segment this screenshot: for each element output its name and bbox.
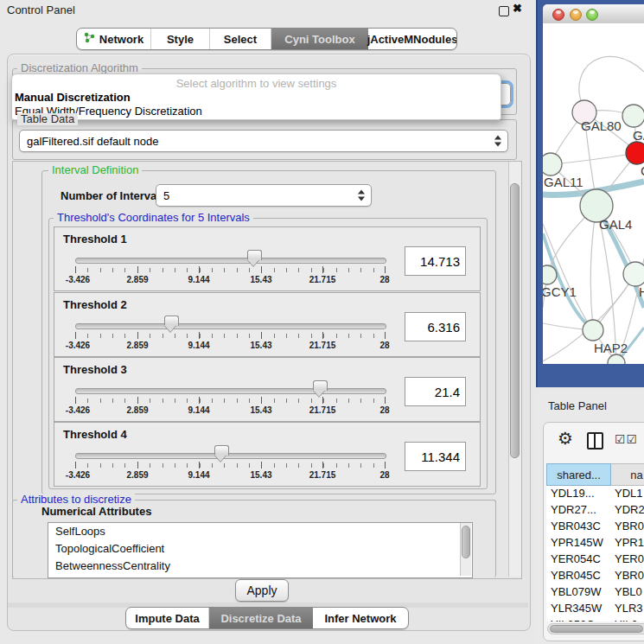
threshold-4-value-field[interactable]: 11.344 bbox=[405, 442, 466, 471]
list-scrollbar-thumb[interactable] bbox=[462, 526, 470, 558]
tab-discretize-data[interactable]: Discretize Data bbox=[209, 608, 313, 628]
slider-ruler bbox=[75, 399, 386, 403]
network-canvas[interactable]: GAL80 GA C GAL11 GAL4 GCY1 H HAP2 bbox=[543, 23, 644, 364]
tick-label: 9.144 bbox=[188, 405, 209, 415]
algorithm-group-label: Discretization Algorithm bbox=[17, 62, 142, 74]
tab-discretize-data-label: Discretize Data bbox=[220, 612, 301, 625]
horizontal-scrollbar[interactable] bbox=[547, 623, 644, 634]
list-item[interactable]: TopologicalCoefficient bbox=[48, 540, 472, 558]
table-row[interactable]: YBL079WYBL0 bbox=[546, 584, 644, 601]
tab-jactivemnodules[interactable]: jActiveMNodules bbox=[368, 29, 456, 49]
checkboxes-icon[interactable]: ☑☑ bbox=[615, 432, 638, 446]
table-row[interactable]: YIL052CYIL0 bbox=[546, 617, 644, 622]
table-row[interactable]: YER054CYER0 bbox=[546, 552, 644, 568]
table-row[interactable]: YDR27...YDR2 bbox=[546, 502, 644, 519]
table-row[interactable]: YBR045CYBR0 bbox=[546, 568, 644, 584]
bottom-tabbar: Impute Data Discretize Data Infer Networ… bbox=[125, 607, 409, 629]
node-label-gal80[interactable]: GAL80 bbox=[581, 118, 622, 133]
gear-icon[interactable]: ⚙ bbox=[558, 428, 573, 449]
tick-label: 9.144 bbox=[188, 470, 209, 480]
cell: YIL052C bbox=[551, 618, 595, 622]
cell: YBR0 bbox=[615, 520, 644, 532]
threshold-4-panel: Threshold 4 -3.426 2.859 9.144 15.43 21.… bbox=[54, 422, 481, 487]
num-intervals-combobox[interactable]: 5 bbox=[156, 184, 372, 207]
threshold-3-slider-track[interactable] bbox=[75, 388, 386, 394]
tick-label: 2.859 bbox=[126, 341, 148, 350]
node-label-clipped[interactable]: H bbox=[639, 284, 644, 299]
cell: YBR0 bbox=[615, 569, 644, 582]
apply-button[interactable]: Apply bbox=[235, 579, 289, 602]
tab-infer-network[interactable]: Infer Network bbox=[313, 608, 408, 628]
tick-label: 21.715 bbox=[309, 341, 336, 350]
tab-style[interactable]: Style bbox=[151, 29, 210, 49]
popup-option-manual-discretization[interactable]: Manual Discretization bbox=[15, 91, 131, 104]
close-traffic-light-icon[interactable] bbox=[552, 9, 564, 21]
cell: YPR1 bbox=[615, 536, 644, 549]
cell: YLR345W bbox=[551, 602, 602, 615]
threshold-4-slider-thumb[interactable] bbox=[214, 445, 229, 456]
cell: YDL19... bbox=[551, 487, 595, 500]
threshold-1-slider-thumb[interactable] bbox=[247, 250, 262, 260]
threshold-2-panel: Threshold 2 -3.426 2.859 9.144 15.43 21.… bbox=[54, 292, 481, 357]
table-row[interactable]: YLR345WYLR3 bbox=[546, 601, 644, 617]
table-data-group-label: Table Data bbox=[17, 113, 78, 125]
threshold-2-slider-thumb[interactable] bbox=[164, 316, 179, 326]
float-window-icon[interactable] bbox=[499, 6, 509, 16]
cell: YIL0 bbox=[615, 618, 638, 622]
threshold-3-label: Threshold 3 bbox=[63, 363, 127, 376]
cell: YBR045C bbox=[551, 569, 601, 582]
table-panel-title: Table Panel bbox=[548, 399, 607, 412]
tab-impute-data[interactable]: Impute Data bbox=[126, 608, 209, 628]
node-label-gal11[interactable]: GAL11 bbox=[544, 175, 583, 189]
node-label-hap2[interactable]: HAP2 bbox=[594, 341, 628, 355]
threshold-2-label: Threshold 2 bbox=[63, 298, 127, 311]
table-row[interactable]: YPR145WYPR1 bbox=[546, 535, 644, 552]
node-label-gcy1[interactable]: GCY1 bbox=[543, 284, 577, 299]
threshold-3-slider-thumb[interactable] bbox=[313, 380, 328, 391]
horizontal-scrollbar-thumb[interactable] bbox=[550, 625, 643, 633]
vertical-scrollbar-thumb[interactable] bbox=[510, 183, 520, 458]
tab-cyni-toolbox[interactable]: Cyni Toolbox bbox=[271, 29, 368, 49]
node-label-clipped[interactable]: GA bbox=[633, 128, 644, 143]
stepper-arrows-icon bbox=[494, 136, 502, 147]
table-row[interactable]: YBR043CYBR0 bbox=[546, 519, 644, 535]
cell: YLR3 bbox=[615, 602, 643, 615]
network-icon bbox=[84, 32, 95, 46]
node-label-clipped[interactable]: C bbox=[641, 163, 644, 178]
tick-label: -3.426 bbox=[66, 341, 90, 350]
list-item[interactable]: BetweennessCentrality bbox=[48, 558, 472, 575]
threshold-1-slider-track[interactable] bbox=[75, 258, 386, 264]
column-header-shared[interactable]: shared... bbox=[546, 463, 611, 486]
columns-icon[interactable] bbox=[587, 432, 603, 450]
node-label-gal4[interactable]: GAL4 bbox=[599, 217, 632, 232]
num-intervals-value: 5 bbox=[163, 189, 169, 202]
table-row[interactable]: YDL19...YDL1 bbox=[546, 486, 644, 502]
list-item[interactable]: SelfLoops bbox=[48, 523, 472, 540]
column-header-name[interactable]: na bbox=[611, 463, 644, 486]
tab-cyni-toolbox-label: Cyni Toolbox bbox=[284, 33, 354, 46]
threshold-3-value-field[interactable]: 21.4 bbox=[405, 377, 466, 406]
network-window-titlebar[interactable] bbox=[543, 4, 644, 24]
attributes-listbox: SelfLoops TopologicalCoefficient Between… bbox=[48, 522, 473, 578]
threshold-1-value-field[interactable]: 14.713 bbox=[405, 246, 466, 276]
close-icon[interactable]: ✖ bbox=[513, 2, 522, 15]
tick-label: 9.144 bbox=[188, 341, 209, 350]
tick-label: 15.43 bbox=[250, 405, 271, 415]
cell: YDR27... bbox=[551, 503, 596, 516]
tick-label: 2.859 bbox=[126, 405, 148, 415]
tab-select[interactable]: Select bbox=[210, 29, 271, 49]
threshold-2-value-field[interactable]: 6.316 bbox=[405, 312, 466, 341]
cell: YBR043C bbox=[551, 520, 601, 532]
minimize-traffic-light-icon[interactable] bbox=[570, 9, 582, 21]
slider-ruler bbox=[75, 463, 386, 468]
tab-network[interactable]: Network bbox=[77, 29, 151, 49]
network-graph bbox=[543, 23, 644, 364]
tick-label: 21.715 bbox=[309, 470, 336, 480]
stepper-arrows-icon bbox=[358, 190, 366, 201]
cell: YER0 bbox=[615, 552, 644, 565]
threshold-2-slider-track[interactable] bbox=[75, 323, 386, 329]
table-data-combobox[interactable]: galFiltered.sif default node bbox=[19, 130, 508, 152]
zoom-traffic-light-icon[interactable] bbox=[586, 9, 598, 21]
numerical-attributes-label: Numerical Attributes bbox=[41, 505, 151, 518]
threshold-4-slider-track[interactable] bbox=[75, 453, 386, 459]
